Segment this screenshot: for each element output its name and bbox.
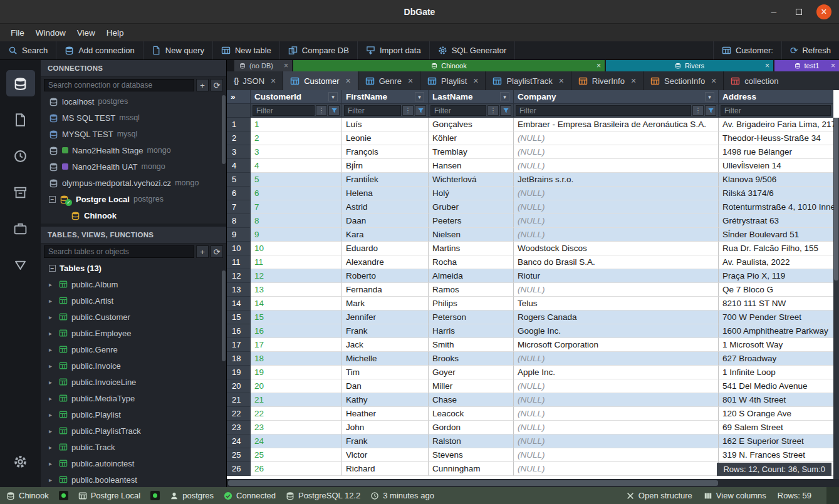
tab-customer[interactable]: Customer× [283,71,358,90]
chevron-right-icon[interactable]: ▸ [49,460,55,467]
cell[interactable]: (NULL) [514,379,719,393]
table-row[interactable]: 1919TimGoyerApple Inc.1 Infinite Loop [227,366,839,379]
cell[interactable]: Telus [514,297,719,311]
cell[interactable]: JetBrains s.r.o. [514,173,719,187]
connection-item-olympus-medportal-vychozi-cz[interactable]: olympus-medportal.vychozi.czmongo [41,175,226,191]
cell[interactable]: Michelle [342,352,429,366]
cell[interactable]: Gordon [429,421,514,435]
cell[interactable]: Victor [342,448,429,462]
connection-item-chinook[interactable]: Chinook [41,207,226,224]
cell[interactable]: Banco do Brasil S.A. [514,255,719,269]
cell[interactable]: Köhler [429,131,514,145]
cell[interactable]: (NULL) [514,214,719,228]
cell[interactable]: (NULL) [514,448,719,462]
cell[interactable]: 69 Salem Street [719,421,833,435]
close-icon[interactable]: × [346,76,351,86]
cell[interactable]: 10 [251,242,342,255]
chevron-right-icon[interactable]: ▸ [49,411,55,418]
tab-sectioninfo[interactable]: SectionInfo× [644,71,723,90]
table-row[interactable]: 77AstridGruber(NULL)Rotenturmstraße 4, 1… [227,200,839,214]
table-item-public-artist[interactable]: ▸public.Artist [41,292,226,309]
chevron-right-icon[interactable]: ▸ [49,379,55,386]
status-postgre-local[interactable]: Postgre Local [78,491,141,500]
status-postgres[interactable]: postgres [170,491,214,500]
cell[interactable]: Dan [342,379,429,393]
cell[interactable]: Eduardo [342,242,429,255]
tab-playlist[interactable]: Playlist× [420,71,485,90]
cell[interactable]: Martins [429,242,514,255]
tab-riverinfo[interactable]: RiverInfo× [571,71,643,90]
table-row[interactable]: 1414MarkPhilipsTelus8210 111 ST NW [227,297,839,311]
table-row[interactable]: 1212RobertoAlmeidaRioturPraça Pio X, 119 [227,269,839,283]
cell[interactable]: Wichterlová [429,173,514,187]
filter-input-address[interactable] [721,105,831,116]
cell[interactable]: 24 [251,435,342,448]
cell[interactable]: 801 W 4th Street [719,393,833,407]
cell[interactable]: Kathy [342,393,429,407]
cell[interactable]: Av. Paulista, 2022 [719,255,833,269]
activitybar-plugins[interactable] [0,210,41,247]
cell[interactable]: 5 [251,173,342,187]
toolbar-button-add-connection[interactable]: Add connection [56,41,143,59]
cell[interactable]: 17 [251,338,342,352]
cell[interactable]: 22 [251,407,342,421]
cell[interactable]: Grétrystraat 63 [719,214,833,228]
menu-item-window[interactable]: Window [30,26,71,40]
filter-input-firstname[interactable] [344,105,401,116]
activitybar-files[interactable] [0,101,41,138]
close-icon[interactable]: × [284,61,288,70]
toolbar-button-new-table[interactable]: New table [213,41,280,59]
table-row[interactable]: 66HelenaHolý(NULL)Rilská 3174/6 [227,187,839,200]
filter-funnel-button[interactable] [415,105,426,116]
chevron-down-icon[interactable]: ▾ [705,92,714,101]
vertical-scrollbar-thumb[interactable] [834,118,838,280]
cell[interactable]: Brooks [429,352,514,366]
cell[interactable]: François [342,145,429,159]
table-item-public-invoice[interactable]: ▸public.Invoice [41,357,226,374]
cell[interactable]: Hansen [429,159,514,173]
menu-item-view[interactable]: View [71,26,101,40]
close-button[interactable]: × [816,4,831,19]
cell[interactable]: 1 Infinite Loop [719,366,833,379]
table-row[interactable]: 88DaanPeeters(NULL)Grétrystraat 63 [227,214,839,228]
cell[interactable]: 2 [251,131,342,145]
status-rows-59[interactable]: Rows: 59 [778,491,811,500]
column-header-address[interactable]: Address [719,90,833,104]
cell[interactable]: (NULL) [514,145,719,159]
table-row[interactable]: 11LuísGonçalvesEmbraer - Empresa Brasile… [227,118,839,131]
connection-item-mysql-test[interactable]: MYSQL TESTmysql [41,126,226,142]
table-row[interactable]: 1010EduardoMartinsWoodstock DiscosRua Dr… [227,242,839,255]
table-item-public-employee[interactable]: ▸public.Employee [41,325,226,341]
filter-input-lastname[interactable] [430,105,486,116]
collapse-icon[interactable]: − [49,196,56,203]
close-icon[interactable]: × [559,76,564,86]
cell[interactable]: 12 [251,269,342,283]
table-item-public-booleantest[interactable]: ▸public.booleantest [41,471,226,487]
db-tab-group-test1[interactable]: test1× [774,60,839,71]
cell[interactable]: Gruber [429,200,514,214]
cell[interactable]: Microsoft Corporation [514,338,719,352]
cell[interactable]: 18 [251,352,342,366]
cell[interactable]: Frank [342,435,429,448]
cell[interactable]: John [342,421,429,435]
cell[interactable]: Bjĺrn [342,159,429,173]
cell[interactable]: Richard [342,462,429,476]
cell[interactable]: 19 [251,366,342,379]
toolbar-button-import-data[interactable]: Import data [358,41,430,59]
cell[interactable]: 162 E Superior Street [719,435,833,448]
maximize-button[interactable] [791,4,806,19]
chevron-right-icon[interactable]: ▸ [49,297,55,304]
cell[interactable]: Ullevĺlsveien 14 [719,159,833,173]
cell[interactable]: Tim [342,366,429,379]
toolbar-button-new-query[interactable]: New query [143,41,213,59]
cell[interactable]: 1498 rue Bélanger [719,145,833,159]
cell[interactable]: Peterson [429,311,514,324]
toolbar-button-compare-db[interactable]: Compare DB [280,41,358,59]
cell[interactable]: Mark [342,297,429,311]
connection-item-nano2health-stage[interactable]: Nano2Health Stagemongo [41,142,226,158]
table-item-public-mediatype[interactable]: ▸public.MediaType [41,390,226,406]
add-connection-button[interactable]: + [196,79,209,91]
cell[interactable]: Ralston [429,435,514,448]
cell[interactable]: 25 [251,448,342,462]
cell[interactable]: Riotur [514,269,719,283]
